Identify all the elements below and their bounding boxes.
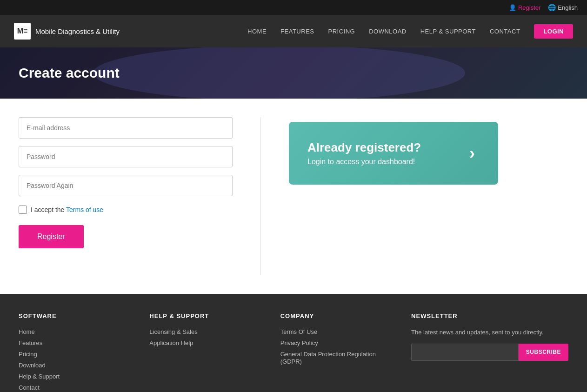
language-selector[interactable]: 🌐 English (548, 4, 578, 11)
email-group (19, 117, 233, 139)
brand-link[interactable]: M≡ Mobile Diagnostics & Utility (14, 23, 120, 40)
terms-checkbox[interactable] (19, 206, 27, 214)
terms-row: I accept the Terms of use (19, 206, 233, 214)
already-registered-card[interactable]: Already registered? Login to access your… (289, 122, 498, 185)
footer-grid: SOFTWARE Home Features Pricing Download … (19, 312, 568, 392)
footer-link-terms[interactable]: Terms Of Use (280, 328, 317, 335)
form-divider (260, 117, 261, 275)
terms-link[interactable]: Terms of use (66, 206, 103, 213)
email-input[interactable] (19, 117, 233, 139)
footer-company-links: Terms Of Use Privacy Policy General Data… (280, 328, 393, 365)
right-section: Already registered? Login to access your… (289, 117, 568, 275)
footer-help-col: HELP & SUPPORT Licensing & Sales Applica… (149, 312, 261, 392)
footer-link-help-support[interactable]: Help & Support (19, 373, 60, 380)
register-link[interactable]: 👤 Register (509, 4, 540, 11)
chevron-right-icon: › (469, 144, 475, 163)
register-button[interactable]: Register (19, 225, 84, 248)
footer-software-heading: SOFTWARE (19, 312, 131, 319)
newsletter-form: SUBSCRIBE (411, 344, 568, 361)
already-registered-text: Already registered? Login to access your… (307, 140, 421, 166)
footer-company-col: COMPANY Terms Of Use Privacy Policy Gene… (280, 312, 393, 392)
user-icon: 👤 (509, 4, 516, 11)
footer-help-links: Licensing & Sales Application Help (149, 328, 261, 346)
footer-link-privacy[interactable]: Privacy Policy (280, 339, 318, 346)
nav-home[interactable]: HOME (247, 28, 267, 35)
footer-software-col: SOFTWARE Home Features Pricing Download … (19, 312, 131, 392)
register-form-section: I accept the Terms of use Register (19, 117, 233, 275)
footer-software-links: Home Features Pricing Download Help & Su… (19, 328, 131, 392)
nav-links: HOME FEATURES PRICING DOWNLOAD HELP & SU… (247, 27, 573, 35)
newsletter-email-input[interactable] (411, 344, 519, 361)
password-again-input[interactable] (19, 175, 233, 196)
nav-features[interactable]: FEATURES (280, 28, 314, 35)
already-registered-subtext: Login to access your dashboard! (307, 158, 421, 166)
terms-label: I accept the Terms of use (31, 206, 103, 213)
password-again-group (19, 175, 233, 196)
main-content: I accept the Terms of use Register Alrea… (0, 99, 587, 294)
hero-section: Create account (0, 47, 587, 99)
footer-help-heading: HELP & SUPPORT (149, 312, 261, 319)
password-input[interactable] (19, 146, 233, 167)
footer-link-features[interactable]: Features (19, 339, 42, 346)
navbar: M≡ Mobile Diagnostics & Utility HOME FEA… (0, 15, 587, 47)
footer-link-home[interactable]: Home (19, 328, 35, 335)
nav-contact[interactable]: CONTACT (490, 28, 520, 35)
brand-name: Mobile Diagnostics & Utility (35, 27, 120, 35)
nav-login-button[interactable]: LOGIN (534, 24, 573, 39)
nav-pricing[interactable]: PRICING (328, 28, 355, 35)
password-group (19, 146, 233, 167)
footer-link-licensing[interactable]: Licensing & Sales (149, 328, 197, 335)
nav-download[interactable]: DOWNLOAD (369, 28, 407, 35)
already-registered-heading: Already registered? (307, 140, 421, 155)
globe-icon: 🌐 (548, 4, 556, 11)
footer-link-contact[interactable]: Contact (19, 384, 40, 391)
footer-newsletter-heading: NEWSLETTER (411, 312, 568, 319)
footer-newsletter-col: NEWSLETTER The latest news and updates, … (411, 312, 568, 392)
nav-help-support[interactable]: HELP & SUPPORT (420, 28, 476, 35)
footer-link-gdpr[interactable]: General Data Protection Regulation (GDPR… (280, 351, 376, 365)
brand-logo: M≡ (14, 23, 31, 40)
language-label: English (558, 4, 578, 11)
footer: SOFTWARE Home Features Pricing Download … (0, 294, 587, 392)
footer-link-pricing[interactable]: Pricing (19, 351, 37, 358)
footer-link-download[interactable]: Download (19, 362, 46, 369)
terms-prefix: I accept the (31, 206, 66, 213)
newsletter-subscribe-button[interactable]: SUBSCRIBE (519, 344, 568, 361)
footer-link-app-help[interactable]: Application Help (149, 339, 193, 346)
page-title: Create account (19, 65, 120, 81)
register-link-label: Register (518, 4, 540, 11)
top-bar: 👤 Register 🌐 English (0, 0, 587, 15)
newsletter-description: The latest news and updates, sent to you… (411, 328, 568, 337)
footer-company-heading: COMPANY (280, 312, 393, 319)
